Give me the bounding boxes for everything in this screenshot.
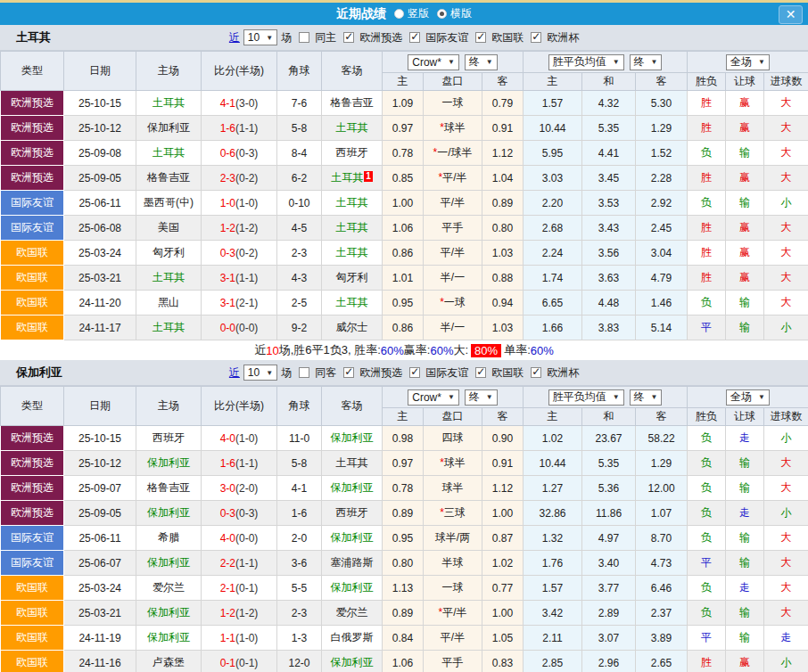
comp-checkbox-euro-qual[interactable] [343,367,354,378]
comp-checkbox-euro-cup[interactable] [531,367,541,378]
comp-checkbox-nations-league[interactable] [475,32,486,43]
result-handicap: 输 [726,141,764,166]
same-side-label[interactable]: 同主 [315,30,336,45]
comp-label-friendly[interactable]: 国际友谊 [425,365,468,381]
horizontal-layout-label[interactable]: 横版 [450,6,472,21]
bookmaker-select[interactable]: Crow* ▼ [408,54,459,70]
away-team: 威尔士 [322,316,383,340]
bookmaker-select[interactable]: Crow* ▼ [408,389,459,406]
comp-label-euro-qual[interactable]: 欧洲预选 [359,30,402,45]
score-cell: 3-1(1-1) [202,266,277,291]
near-link[interactable]: 近 [229,365,240,381]
close-icon[interactable]: ✕ [779,5,803,24]
sub-col-wdl: 胜负 [688,408,726,426]
comp-checkbox-nations-league[interactable] [475,367,486,378]
match-count-select[interactable]: 10 ▼ [243,365,277,381]
match-date: 25-10-12 [64,451,136,476]
odds-home: 0.98 [383,426,424,451]
vertical-layout-radio[interactable] [394,9,404,19]
odds-stage-select[interactable]: 终 ▼ [465,389,498,406]
chevron-down-icon: ▼ [266,34,273,42]
result-goals: 大 [764,526,808,551]
match-row: 国际友谊25-06-11希腊4-0(0-0)2-0保加利亚0.95球半/两0.8… [1,526,808,551]
away-team-name: 保加利亚 [331,431,374,444]
comp-checkbox-friendly[interactable] [409,367,420,378]
same-side-checkbox[interactable] [299,367,309,378]
home-team: 保加利亚 [136,601,202,626]
result-goals: 大 [764,116,808,141]
horizontal-layout-radio[interactable] [437,9,447,19]
avg-odds-select[interactable]: 胜平负均值 ▼ [548,389,624,406]
home-team: 保加利亚 [136,116,202,141]
comp-label-euro-cup[interactable]: 欧洲杯 [547,30,579,45]
comp-label-euro-qual[interactable]: 欧洲预选 [359,365,402,381]
same-side-label[interactable]: 同客 [315,365,336,381]
home-team-name: 墨西哥(中) [144,196,194,209]
matches-tbody: 欧洲预选25-10-15土耳其4-1(3-0)7-6格鲁吉亚1.09一球0.79… [1,91,808,340]
away-team: 土耳其 [322,191,383,216]
odds-home: 1.09 [383,91,424,116]
comp-label-friendly[interactable]: 国际友谊 [425,30,468,45]
col-type: 类型 [1,387,64,426]
comp-label-nations-league[interactable]: 欧国联 [491,365,524,381]
same-side-checkbox[interactable] [299,32,309,43]
home-team-name: 土耳其 [153,321,185,333]
full-score: 3-0 [220,482,235,495]
corner-count: 4-3 [277,266,322,291]
comp-label-nations-league[interactable]: 欧国联 [491,30,524,45]
avg-group-header: 胜平负均值 ▼ 终 ▼ [524,387,688,408]
sub-col-let: 让球 [726,73,764,91]
col-date: 日期 [64,387,136,426]
scope-select[interactable]: 全场 ▼ [726,389,770,406]
avg-stage-select[interactable]: 终 ▼ [630,389,663,406]
odds-home: 0.86 [383,316,424,340]
odds-home: 1.00 [383,191,424,216]
league-badge: 欧国联 [1,266,64,291]
away-team-name: 土耳其 [336,246,368,258]
near-link[interactable]: 近 [229,30,240,45]
corner-count: 2-3 [277,601,322,626]
handicap-text: 平手 [442,656,464,668]
vertical-layout-label[interactable]: 竖版 [408,6,429,21]
comp-checkbox-euro-qual[interactable] [343,32,354,43]
comp-checkbox-euro-cup[interactable] [531,32,541,43]
match-row: 国际友谊25-06-07保加利亚2-2(1-1)3-6塞浦路斯0.80半球1.0… [1,551,808,576]
avg-stage-select[interactable]: 终 ▼ [630,54,663,70]
odds-away: 1.12 [482,476,524,501]
home-team-name: 格鲁吉亚 [147,481,190,494]
away-team: 保加利亚 [322,576,383,601]
scope-select[interactable]: 全场 ▼ [726,54,770,70]
corner-count: 12-0 [277,651,322,672]
sub-col-wdl: 胜负 [688,73,726,91]
filters-bar: 近 10 ▼ 场 同客 欧洲预选 国际友谊 欧国联 欧洲杯 [229,365,579,381]
avg-odds-select[interactable]: 胜平负均值 ▼ [548,54,624,70]
avg-home: 1.57 [524,91,582,116]
home-team-name: 西班牙 [153,431,185,444]
handicap-text: 一球 [442,96,464,109]
corner-count: 4-1 [277,476,322,501]
match-date: 25-03-24 [64,576,136,601]
avg-away: 8.70 [636,526,688,551]
result-wdl: 胜 [688,266,726,291]
league-badge: 欧洲预选 [1,476,64,501]
full-score: 3-1 [220,297,235,309]
sub-col-odds-away: 客 [482,73,524,91]
home-team: 匈牙利 [136,241,202,266]
full-score: 2-1 [220,582,235,594]
odds-stage-select[interactable]: 终 ▼ [465,54,498,70]
sub-col-handicap: 盘口 [424,408,482,426]
comp-label-euro-cup[interactable]: 欧洲杯 [547,365,579,381]
half-score: (0-2) [235,247,258,259]
home-team-name: 卢森堡 [153,656,185,668]
result-wdl: 胜 [688,651,726,672]
match-count-select[interactable]: 10 ▼ [243,29,277,45]
full-score: 1-1 [220,632,235,644]
away-team: 西班牙 [322,141,383,166]
comp-checkbox-friendly[interactable] [409,32,420,43]
match-date: 25-09-05 [64,501,136,526]
half-score: (0-3) [235,147,258,160]
league-badge: 欧国联 [1,291,64,316]
corner-count: 7-6 [277,91,322,116]
score-cell: 3-1(2-1) [202,291,277,316]
corner-count: 1-3 [277,626,322,651]
